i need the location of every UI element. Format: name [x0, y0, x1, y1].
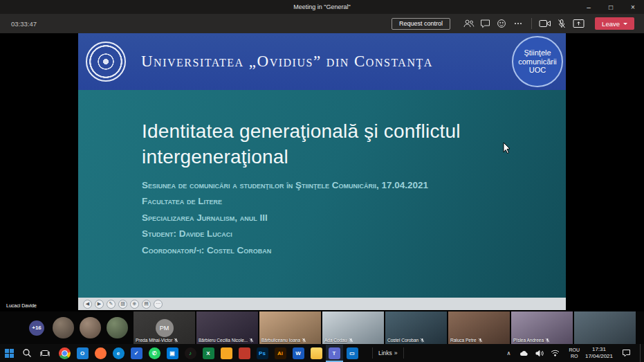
mic-muted-icon: [478, 338, 483, 343]
share-screen-icon[interactable]: [570, 16, 587, 31]
participant-tile[interactable]: [574, 311, 636, 344]
file-explorer-icon[interactable]: [311, 347, 322, 359]
taskbar-apps: Oe✓✆▣♪XPsAiWT▭: [55, 347, 361, 359]
mic-muted-icon: [545, 338, 550, 343]
slide-nav-buttons: ◀▶✎▨⊕▤⋯: [83, 300, 163, 309]
previous-slide-icon[interactable]: ◀: [83, 300, 92, 309]
start-button[interactable]: [0, 344, 18, 362]
participant-name-label: Costel Coroban: [387, 338, 425, 343]
whatsapp-icon[interactable]: ✆: [149, 347, 160, 359]
maximize-button[interactable]: □: [600, 0, 622, 14]
firefox-icon[interactable]: [95, 347, 107, 359]
window-titlebar: Meeting in "General" – □ ×: [0, 0, 644, 14]
more-icon[interactable]: [510, 16, 526, 31]
task-view-button[interactable]: [36, 344, 54, 362]
chevron-right-icon: »: [394, 350, 398, 356]
reactions-icon[interactable]: [493, 16, 510, 31]
word-icon[interactable]: W: [293, 347, 304, 359]
illustrator-icon[interactable]: Ai: [275, 347, 286, 359]
subtitle-line: Specializarea Jurnalism, anul III: [142, 212, 496, 224]
participant-tile[interactable]: Ada Codau: [322, 311, 384, 344]
participant-tile[interactable]: Costel Coroban: [385, 311, 447, 344]
windows-taskbar: Oe✓✆▣♪XPsAiWT▭ Links » ∧ ROU RO 17:31 17…: [0, 344, 644, 362]
request-control-button[interactable]: Request control: [392, 18, 450, 30]
subtitle-line: Facultatea de Litere: [142, 195, 496, 208]
more-slide-options-icon[interactable]: ⋯: [154, 300, 163, 309]
yellow-app-icon[interactable]: [221, 347, 232, 359]
highlighter-tool-icon[interactable]: ▨: [118, 300, 127, 309]
participants-icon[interactable]: [460, 16, 477, 31]
shared-screen-stage: Universitatea „Ovidius” din Constanţa Şt…: [0, 33, 644, 311]
mouse-cursor: [503, 142, 511, 157]
all-slides-icon[interactable]: ▤: [142, 300, 151, 309]
hidden-icons-chevron[interactable]: ∧: [507, 350, 511, 356]
links-toolbar[interactable]: Links »: [372, 347, 404, 359]
taskbar-clock[interactable]: 17:31 17/04/2021: [585, 346, 613, 361]
windows-logo-icon: [5, 349, 14, 358]
microsoft-store-icon[interactable]: ▣: [167, 347, 178, 359]
participant-tiles: PMPreda Mihai-VictorBărbieru Cecilia Nic…: [134, 311, 644, 344]
volume-icon[interactable]: [532, 350, 547, 357]
zoom-tool-icon[interactable]: ⊕: [130, 300, 139, 309]
system-tray: ∧ ROU RO 17:31 17/04/2021: [507, 344, 644, 362]
chevron-down-icon: [623, 23, 627, 25]
participant-tile[interactable]: PMPreda Mihai-Victor: [134, 311, 195, 344]
participant-name-label: Bărbuliceanu Ioana: [261, 338, 306, 343]
display-app-icon[interactable]: ▭: [347, 347, 358, 359]
participant-tile[interactable]: Raluca Petre: [448, 311, 510, 344]
participant-avatar[interactable]: [107, 317, 128, 338]
participant-name-label: Ada Codau: [324, 338, 353, 343]
chrome-icon[interactable]: [59, 347, 71, 359]
meeting-timer: 03:33:47: [11, 20, 37, 28]
spotify-icon[interactable]: ♪: [185, 347, 196, 359]
network-icon[interactable]: [547, 350, 563, 356]
tray-icons: [516, 350, 563, 357]
participant-avatar[interactable]: [53, 317, 74, 338]
todo-check-icon[interactable]: ✓: [131, 347, 142, 359]
overflow-participants-badge[interactable]: +16: [29, 320, 44, 336]
show-desktop-button[interactable]: [640, 344, 643, 362]
pen-tool-icon[interactable]: ✎: [107, 300, 116, 309]
action-center-button[interactable]: [618, 349, 634, 357]
teams-icon[interactable]: T: [329, 347, 340, 359]
mic-muted-icon: [349, 338, 353, 343]
close-button[interactable]: ×: [622, 0, 644, 14]
participant-tile[interactable]: Bărbieru Cecilia Nicole...: [196, 311, 258, 344]
next-slide-icon[interactable]: ▶: [95, 300, 104, 309]
red-app-icon[interactable]: [239, 347, 250, 359]
clock-date: 17/04/2021: [585, 353, 613, 360]
leave-button[interactable]: Leave: [595, 17, 634, 30]
participant-name-label: Pîslea Andreea: [513, 338, 550, 343]
window-title: Meeting in "General": [66, 3, 578, 10]
toolbar-left-icons: [460, 16, 526, 31]
participant-name-label: Preda Mihai-Victor: [136, 338, 178, 343]
subtitle-line: Student: Davide Lucaci: [142, 228, 496, 240]
participant-tile[interactable]: Bărbuliceanu Ioana: [259, 311, 321, 344]
mic-muted-icon: [249, 338, 254, 343]
chat-icon[interactable]: [477, 16, 493, 31]
mic-icon[interactable]: [553, 16, 570, 31]
participant-name-label: Raluca Petre: [450, 338, 483, 343]
edge-icon[interactable]: e: [113, 347, 125, 359]
audio-avatars: [53, 317, 128, 338]
outlook-icon[interactable]: O: [77, 347, 89, 359]
minimize-button[interactable]: –: [578, 0, 600, 14]
onedrive-icon[interactable]: [516, 350, 532, 356]
leave-button-label: Leave: [602, 20, 620, 28]
slide-title-line2: intergeneraţional: [142, 145, 553, 170]
participant-strip: +16 PMPreda Mihai-VictorBărbieru Cecilia…: [0, 311, 644, 344]
participant-name-label: Bărbieru Cecilia Nicole...: [199, 338, 254, 343]
action-center-icon: [622, 349, 631, 357]
participant-tile[interactable]: Pîslea Andreea: [511, 311, 573, 344]
faculty-badge: Ştiinţele comunicării UOC: [512, 36, 563, 87]
badge-line: UOC: [529, 66, 546, 75]
language-indicator[interactable]: ROU RO: [569, 347, 580, 359]
camera-icon[interactable]: [537, 16, 553, 31]
slide-subtitle-block: Sesiunea de comunicări a studenţilor în …: [142, 179, 496, 257]
language-line1: ROU: [569, 347, 580, 353]
participant-avatar[interactable]: [80, 317, 101, 338]
photoshop-icon[interactable]: Ps: [257, 347, 268, 359]
search-button[interactable]: [18, 344, 36, 362]
clock-time: 17:31: [585, 346, 613, 353]
excel-icon[interactable]: X: [203, 347, 214, 359]
